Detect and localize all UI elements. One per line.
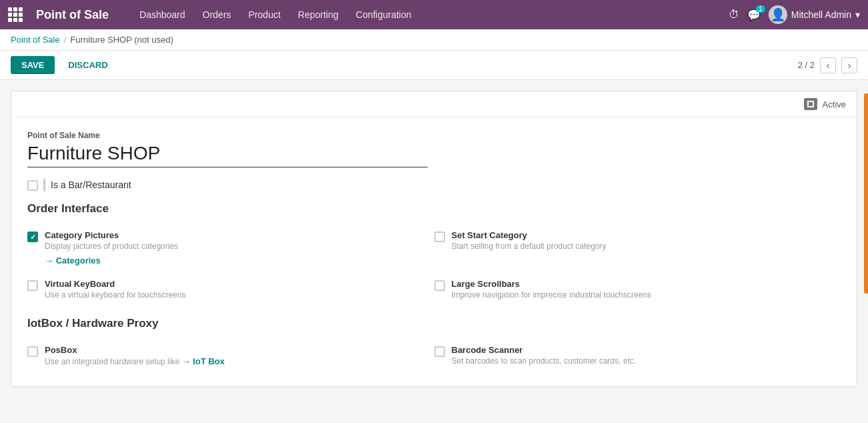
posbox-desc: Use an integrated hardware setup like Io… [45,356,225,366]
option-posbox: PosBox Use an integrated hardware setup … [27,338,434,373]
option-virtual-keyboard: Virtual KeyBoard Use a virtual keyboard … [27,272,434,306]
nav-orders[interactable]: Orders [196,5,238,24]
pos-name-input[interactable] [27,143,428,167]
large-scrollbars-desc: Improve navigation for imprecise industr… [452,290,651,300]
nav-configuration[interactable]: Configuration [349,5,418,24]
virtual-keyboard-title: Virtual KeyBoard [45,279,185,289]
form-card: Active Point of Sale Name Is a Bar/Resta… [11,91,857,387]
pager-prev-button[interactable]: ‹ [820,57,836,73]
nav-dashboard[interactable]: Dashboard [133,5,192,24]
card-body: Point of Sale Name Is a Bar/Restaurant O… [11,117,857,386]
iotbox-title: IotBox / Hardware Proxy [27,317,841,330]
topbar-right: ⏱ 💬 1 👤 Mitchell Admin ▾ [729,5,860,24]
virtual-keyboard-checkbox[interactable] [27,280,38,291]
barcode-scanner-title: Barcode Scanner [452,345,636,355]
save-button[interactable]: SAVE [11,56,55,74]
breadcrumb: Point of Sale / Furniture SHOP (not used… [11,35,173,45]
user-menu[interactable]: 👤 Mitchell Admin ▾ [769,5,860,24]
user-avatar: 👤 [769,5,787,24]
virtual-keyboard-text: Virtual KeyBoard Use a virtual keyboard … [45,279,185,300]
action-bar: SAVE DISCARD 2 / 2 ‹ › [0,51,868,80]
user-dropdown-icon: ▾ [855,9,860,20]
iot-box-link[interactable]: IoT Box [181,356,224,366]
scroll-indicator [864,93,868,294]
divider [43,178,45,191]
option-barcode-scanner: Barcode Scanner Set barcodes to scan pro… [434,338,841,373]
posbox-checkbox[interactable] [27,346,38,357]
large-scrollbars-title: Large Scrollbars [452,279,651,289]
active-label: Active [823,99,846,109]
set-start-category-title: Set Start Category [452,230,606,240]
virtual-keyboard-desc: Use a virtual keyboard for touchscreens [45,290,185,300]
set-start-category-checkbox[interactable] [434,232,445,242]
active-toggle-icon [804,98,817,110]
chat-icon[interactable]: 💬 1 [747,9,761,21]
nav-product[interactable]: Product [242,5,287,24]
pos-name-field: Point of Sale Name [27,131,841,167]
clock-icon[interactable]: ⏱ [729,9,739,21]
app-grid-icon[interactable] [8,7,23,22]
bar-restaurant-row: Is a Bar/Restaurant [27,178,841,191]
option-category-pictures: Category Pictures Display pictures of pr… [27,224,434,272]
set-start-category-text: Set Start Category Start selling from a … [452,230,606,251]
app-title: Point of Sale [36,8,109,22]
pager-text: 2 / 2 [798,60,815,70]
category-pictures-desc: Display pictures of product categories [45,242,178,251]
large-scrollbars-checkbox[interactable] [434,280,445,291]
breadcrumb-parent[interactable]: Point of Sale [11,35,60,45]
card-header: Active [11,91,857,117]
breadcrumb-current: Furniture SHOP (not used) [70,35,173,45]
order-interface-options: Category Pictures Display pictures of pr… [27,224,841,306]
bar-restaurant-checkbox[interactable] [27,180,38,191]
bar-restaurant-label: Is a Bar/Restaurant [51,179,131,190]
posbox-desc-before: Use an integrated hardware setup like [45,357,179,366]
categories-link[interactable]: Categories [45,256,101,266]
large-scrollbars-text: Large Scrollbars Improve navigation for … [452,279,651,300]
pos-name-label: Point of Sale Name [27,131,841,140]
iotbox-options: PosBox Use an integrated hardware setup … [27,338,841,373]
chat-badge: 1 [756,5,765,13]
barcode-scanner-desc: Set barcodes to scan products, customer … [452,356,636,366]
breadcrumb-bar: Point of Sale / Furniture SHOP (not used… [0,29,868,51]
discard-button[interactable]: DISCARD [61,56,114,74]
main-content: Active Point of Sale Name Is a Bar/Resta… [0,80,868,398]
category-pictures-title: Category Pictures [45,230,178,240]
posbox-title: PosBox [45,345,225,355]
set-start-category-desc: Start selling from a default product cat… [452,242,606,251]
order-interface-title: Order Interface [27,202,841,216]
topbar: Point of Sale Dashboard Orders Product R… [0,0,868,29]
nav-reporting[interactable]: Reporting [292,5,346,24]
pager-next-button[interactable]: › [841,57,857,73]
category-pictures-checkbox[interactable] [27,232,38,242]
option-set-start-category: Set Start Category Start selling from a … [434,224,841,272]
user-name: Mitchell Admin [791,9,851,20]
posbox-text: PosBox Use an integrated hardware setup … [45,345,225,366]
breadcrumb-separator: / [64,35,67,45]
option-large-scrollbars: Large Scrollbars Improve navigation for … [434,272,841,306]
barcode-scanner-text: Barcode Scanner Set barcodes to scan pro… [452,345,636,366]
pager: 2 / 2 ‹ › [798,57,857,73]
category-pictures-text: Category Pictures Display pictures of pr… [45,230,178,266]
top-nav: Dashboard Orders Product Reporting Confi… [133,5,715,24]
action-buttons: SAVE DISCARD [11,56,115,74]
active-toggle[interactable]: Active [804,98,846,110]
barcode-scanner-checkbox[interactable] [434,346,445,357]
